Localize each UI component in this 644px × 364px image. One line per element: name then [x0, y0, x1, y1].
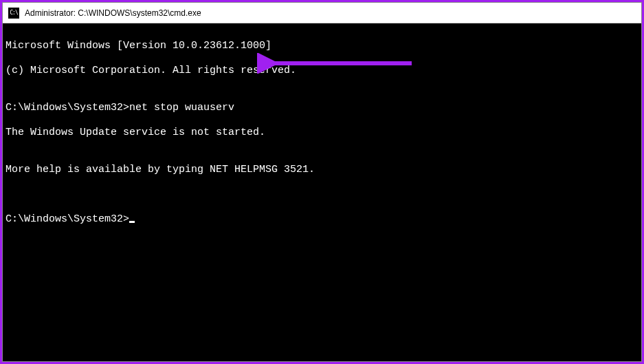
terminal-prompt-2: C:\Windows\System32> [5, 213, 639, 226]
terminal-output[interactable]: Microsoft Windows [Version 10.0.23612.10… [3, 23, 641, 361]
cursor [129, 221, 135, 223]
prompt-path: C:\Windows\System32> [5, 102, 129, 114]
window-title: Administrator: C:\WINDOWS\system32\cmd.e… [25, 8, 201, 18]
cmd-icon: C:\ [8, 8, 19, 19]
cmd-window: C:\ Administrator: C:\WINDOWS\system32\c… [2, 2, 642, 362]
terminal-line-copyright: (c) Microsoft Corporation. All rights re… [5, 65, 639, 77]
terminal-response-2: More help is available by typing NET HEL… [5, 164, 639, 176]
titlebar[interactable]: C:\ Administrator: C:\WINDOWS\system32\c… [3, 3, 641, 23]
prompt-command: net stop wuauserv [129, 102, 234, 114]
terminal-line-version: Microsoft Windows [Version 10.0.23612.10… [5, 40, 639, 52]
prompt-path: C:\Windows\System32> [5, 213, 129, 225]
terminal-response-1: The Windows Update service is not starte… [5, 127, 639, 139]
terminal-prompt-1: C:\Windows\System32>net stop wuauserv [5, 102, 639, 114]
